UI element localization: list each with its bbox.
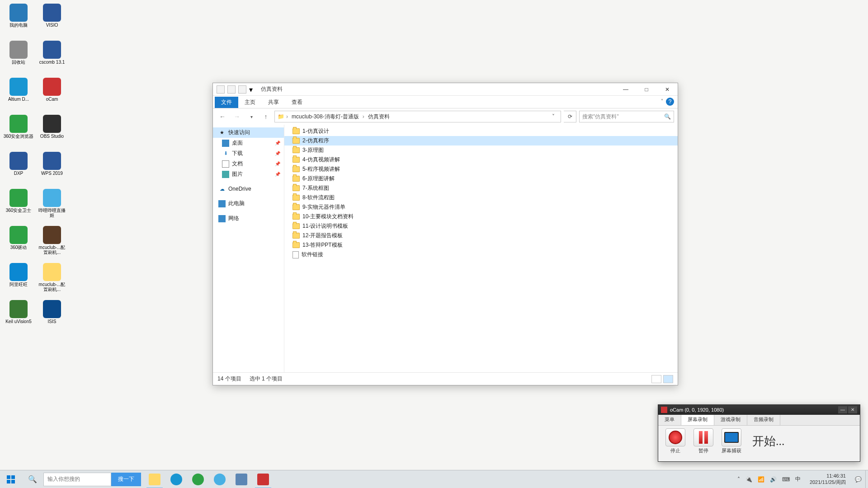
search-button[interactable]: 🔍 xyxy=(22,470,43,488)
ocam-tab-menu[interactable]: 菜单 xyxy=(658,415,681,425)
folder-item[interactable]: 8-软件流程图 xyxy=(284,193,678,202)
folder-item[interactable]: 7-系统框图 xyxy=(284,183,678,193)
search-input[interactable]: 搜索"仿真资料" 🔍 xyxy=(579,111,674,122)
qat-icon[interactable] xyxy=(217,85,225,94)
minimize-button[interactable]: — xyxy=(615,83,636,96)
tray-ime-lang[interactable]: 中 xyxy=(795,475,801,483)
ocam-tab-screen[interactable]: 屏幕录制 xyxy=(681,415,714,425)
taskbar-app-360[interactable] xyxy=(187,470,209,488)
ocam-tab-row: 菜单 屏幕录制 游戏录制 音频录制 xyxy=(658,415,860,426)
desktop-icon[interactable]: 哔哩哔哩直播姬 xyxy=(36,189,68,223)
taskbar-app-explorer[interactable] xyxy=(144,470,165,488)
taskbar-search-submit[interactable]: 搜一下 xyxy=(111,473,141,486)
nav-network[interactable]: 网络 xyxy=(213,213,284,224)
back-button[interactable]: ← xyxy=(217,111,228,122)
taskbar-search-input[interactable]: 输入你想搜的 xyxy=(43,473,111,486)
taskbar-app-edge[interactable] xyxy=(165,470,187,488)
file-item[interactable]: 软件链接 xyxy=(284,250,678,259)
notification-center-icon[interactable]: 💬 xyxy=(855,476,862,483)
nav-desktop[interactable]: 桌面📌 xyxy=(213,138,284,148)
ocam-stop-button[interactable]: 停止 xyxy=(665,428,685,454)
taskbar-clock[interactable]: 11:46:31 2021/11/25/周四 xyxy=(806,473,849,485)
taskbar-app[interactable] xyxy=(231,470,252,488)
desktop-icon[interactable]: cscomb 13.1 xyxy=(36,41,68,75)
maximize-button[interactable]: □ xyxy=(636,83,657,96)
ocam-tab-audio[interactable]: 音频录制 xyxy=(747,415,780,425)
nav-pictures[interactable]: 图片📌 xyxy=(213,169,284,179)
nav-this-pc[interactable]: 此电脑 xyxy=(213,198,284,209)
desktop-icon[interactable]: 阿里旺旺 xyxy=(3,263,34,297)
folder-item[interactable]: 2-仿真程序 xyxy=(284,136,678,145)
desktop-icon[interactable]: 360安全卫士 xyxy=(3,189,34,223)
desktop-icon[interactable]: DXP xyxy=(3,152,34,186)
folder-label: 2-仿真程序 xyxy=(302,137,329,145)
tab-home[interactable]: 主页 xyxy=(238,97,262,108)
folder-label: 12-开题报告模板 xyxy=(302,232,343,239)
tab-view[interactable]: 查看 xyxy=(285,97,309,108)
ocam-pause-button[interactable]: 暂停 xyxy=(693,428,713,454)
ocam-minimize-button[interactable]: — xyxy=(838,406,847,413)
qat-dropdown-icon[interactable]: ▾ xyxy=(249,85,254,94)
breadcrumb[interactable]: mcuclub-308-消毒灯-普通版 xyxy=(290,112,361,122)
refresh-button[interactable]: ⟳ xyxy=(564,111,576,122)
qat-icon[interactable] xyxy=(227,85,236,94)
desktop-icon[interactable]: VISIO xyxy=(36,4,68,38)
tray-usb-icon[interactable]: 🔌 xyxy=(745,476,752,483)
ocam-capture-button[interactable]: 屏幕捕获 xyxy=(722,428,741,454)
desktop-icon[interactable]: mcuclub-...配置刷机... xyxy=(36,226,68,260)
desktop-icon[interactable]: WPS 2019 xyxy=(36,152,68,186)
folder-item[interactable]: 10-主要模块文档资料 xyxy=(284,212,678,221)
desktop-icon[interactable]: 我的电脑 xyxy=(3,4,34,38)
show-desktop-button[interactable] xyxy=(865,470,868,488)
folder-item[interactable]: 13-答辩PPT模板 xyxy=(284,240,678,250)
desktop-icon[interactable]: OBS Studio xyxy=(36,115,68,149)
navigation-pane: ★快速访问 桌面📌 ⬇下载📌 文档📌 图片📌 ☁OneDrive 此电脑 网络 xyxy=(213,125,284,372)
desktop-icon[interactable]: 360驱动 xyxy=(3,226,34,260)
file-list[interactable]: 1-仿真设计2-仿真程序3-原理图4-仿真视频讲解5-程序视频讲解6-原理图讲解… xyxy=(284,125,678,372)
folder-item[interactable]: 11-设计说明书模板 xyxy=(284,221,678,231)
desktop-icon[interactable]: Keil uVision5 xyxy=(3,300,34,334)
desktop-icon-label: mcuclub-...配置刷机... xyxy=(37,282,67,292)
folder-item[interactable]: 1-仿真设计 xyxy=(284,127,678,136)
folder-item[interactable]: 3-原理图 xyxy=(284,145,678,155)
close-button[interactable]: ✕ xyxy=(657,83,678,96)
view-icons-button[interactable] xyxy=(663,375,673,383)
address-dropdown-icon[interactable]: ˅ xyxy=(549,113,558,120)
nav-documents[interactable]: 文档📌 xyxy=(213,159,284,169)
desktop-icon[interactable]: ISIS xyxy=(36,300,68,334)
nav-downloads[interactable]: ⬇下载📌 xyxy=(213,148,284,159)
desktop-icon[interactable]: oCam xyxy=(36,78,68,112)
breadcrumb[interactable]: 仿真资料 xyxy=(366,112,392,122)
ocam-tab-game[interactable]: 游戏录制 xyxy=(714,415,747,425)
desktop-icon[interactable]: mcuclub-...配置刷机... xyxy=(36,263,68,297)
up-button[interactable]: ↑ xyxy=(260,111,272,122)
tab-share[interactable]: 共享 xyxy=(262,97,285,108)
tray-network-icon[interactable]: 📶 xyxy=(758,476,764,483)
qat-icon[interactable] xyxy=(238,85,246,94)
nav-quick-access[interactable]: ★快速访问 xyxy=(213,127,284,138)
folder-icon xyxy=(292,128,300,134)
desktop-icon[interactable]: Altium D... xyxy=(3,78,34,112)
view-details-button[interactable] xyxy=(651,375,661,383)
taskbar-app-ocam[interactable] xyxy=(252,470,274,488)
folder-item[interactable]: 9-实物元器件清单 xyxy=(284,202,678,212)
tray-overflow-icon[interactable]: ˄ xyxy=(737,476,740,483)
ocam-close-button[interactable]: ✕ xyxy=(848,406,857,413)
folder-item[interactable]: 5-程序视频讲解 xyxy=(284,164,678,174)
desktop-icon[interactable]: 回收站 xyxy=(3,41,34,75)
tab-file[interactable]: 文件 xyxy=(215,97,238,108)
tray-ime-icon[interactable]: ⌨ xyxy=(782,476,790,483)
address-bar[interactable]: 📁 › mcuclub-308-消毒灯-普通版 › 仿真资料 ˅ xyxy=(274,111,561,122)
folder-item[interactable]: 12-开题报告模板 xyxy=(284,231,678,240)
desktop-icon[interactable]: 360安全浏览器 xyxy=(3,115,34,149)
folder-item[interactable]: 4-仿真视频讲解 xyxy=(284,155,678,164)
taskbar-app[interactable] xyxy=(209,470,231,488)
folder-item[interactable]: 6-原理图讲解 xyxy=(284,174,678,183)
tray-volume-icon[interactable]: 🔊 xyxy=(770,476,777,483)
help-icon[interactable]: ? xyxy=(666,98,674,106)
nav-onedrive[interactable]: ☁OneDrive xyxy=(213,184,284,194)
forward-button[interactable]: → xyxy=(231,111,243,122)
recent-dropdown-icon[interactable]: ▾ xyxy=(245,111,257,122)
ribbon-collapse-icon[interactable]: ˅ xyxy=(661,99,663,103)
start-button[interactable] xyxy=(0,470,22,488)
